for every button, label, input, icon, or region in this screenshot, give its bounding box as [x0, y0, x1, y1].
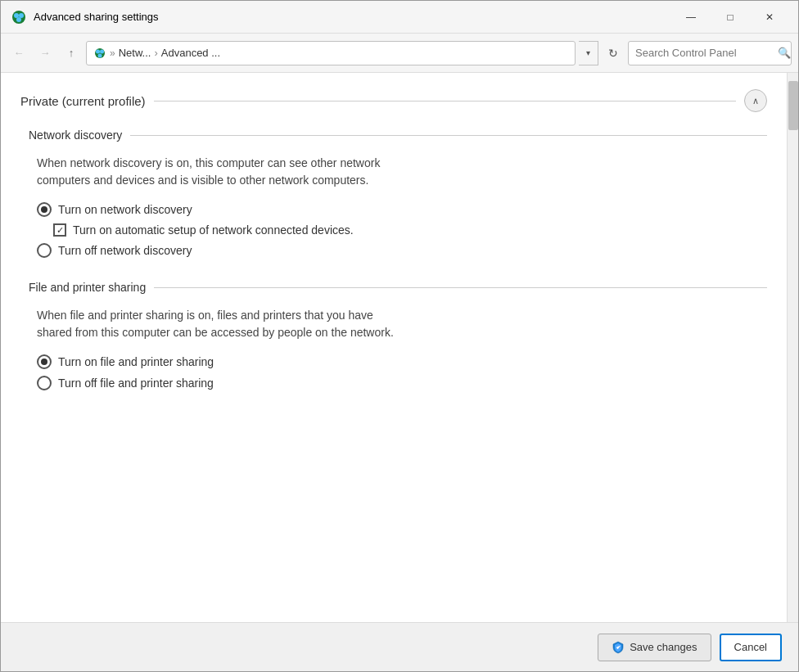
svg-point-2 — [19, 13, 24, 18]
checkbox-auto-setup[interactable]: ✓ Turn on automatic setup of network con… — [53, 223, 767, 237]
close-button[interactable]: ✕ — [751, 4, 788, 30]
network-discovery-title: Network discovery — [29, 129, 122, 142]
profile-title: Private (current profile) — [20, 94, 146, 108]
cancel-button[interactable]: Cancel — [720, 634, 782, 661]
svg-point-1 — [14, 13, 19, 18]
title-bar: Advanced sharing settings — □ ✕ — [1, 1, 798, 34]
file-printer-line — [154, 287, 767, 288]
svg-point-3 — [16, 17, 21, 22]
network-discovery-section: Network discovery When network discovery… — [20, 129, 767, 258]
network-discovery-description: When network discovery is on, this compu… — [29, 155, 767, 189]
path-sep1: » — [110, 47, 115, 59]
radio-network-on[interactable]: Turn on network discovery — [29, 202, 767, 217]
file-printer-header: File and printer sharing — [29, 281, 767, 294]
scrollbar[interactable] — [787, 73, 798, 622]
profile-toggle-button[interactable]: ∧ — [744, 89, 767, 112]
refresh-button[interactable]: ↻ — [602, 42, 625, 65]
save-button[interactable]: Save changes — [598, 634, 711, 661]
back-button[interactable]: ← — [7, 42, 30, 65]
save-label: Save changes — [630, 641, 697, 653]
address-dropdown-button[interactable]: ▾ — [579, 41, 598, 65]
path-part1: Netw... — [119, 47, 151, 59]
shield-icon — [612, 641, 625, 654]
radio-file-on-btn[interactable] — [37, 354, 52, 369]
search-box[interactable]: 🔍 — [628, 41, 792, 65]
radio-file-on-label: Turn on file and printer sharing — [58, 355, 214, 368]
checkbox-auto-btn[interactable]: ✓ — [53, 223, 66, 237]
search-icon: 🔍 — [778, 47, 791, 59]
path-arrow: › — [154, 47, 157, 59]
main-window: Advanced sharing settings — □ ✕ ← → ↑ » … — [0, 0, 799, 672]
minimize-button[interactable]: — — [672, 4, 710, 30]
svg-point-7 — [98, 53, 102, 57]
address-path[interactable]: » Netw... › Advanced ... — [86, 41, 576, 65]
address-bar: ← → ↑ » Netw... › Advanced ... ▾ ↻ 🔍 — [1, 34, 798, 73]
app-icon — [11, 9, 27, 25]
file-printer-section: File and printer sharing When file and p… — [20, 281, 767, 390]
radio-file-off-btn[interactable] — [37, 376, 52, 390]
network-discovery-header: Network discovery — [29, 129, 767, 142]
network-discovery-line — [130, 135, 767, 136]
footer: Save changes Cancel — [1, 622, 798, 671]
window-title: Advanced sharing settings — [34, 11, 672, 23]
checkbox-auto-label: Turn on automatic setup of network conne… — [73, 223, 354, 237]
main-panel: Private (current profile) ∧ Network disc… — [1, 73, 787, 622]
radio-file-off-label: Turn off file and printer sharing — [58, 377, 214, 390]
window-controls: — □ ✕ — [672, 4, 788, 30]
file-printer-title: File and printer sharing — [29, 281, 146, 294]
profile-divider — [154, 101, 736, 101]
search-input[interactable] — [635, 47, 773, 59]
radio-network-off[interactable]: Turn off network discovery — [29, 243, 767, 258]
radio-network-off-btn[interactable] — [37, 243, 52, 258]
content-area: Private (current profile) ∧ Network disc… — [1, 73, 798, 622]
file-printer-description: When file and printer sharing is on, fil… — [29, 307, 767, 341]
forward-button[interactable]: → — [34, 42, 56, 65]
path-part2: Advanced ... — [161, 47, 220, 59]
radio-file-off[interactable]: Turn off file and printer sharing — [29, 376, 767, 390]
radio-network-on-btn[interactable] — [37, 202, 52, 217]
profile-section: Private (current profile) ∧ Network disc… — [20, 89, 767, 390]
maximize-button[interactable]: □ — [711, 4, 749, 30]
radio-file-on[interactable]: Turn on file and printer sharing — [29, 354, 767, 369]
radio-network-off-label: Turn off network discovery — [58, 244, 192, 257]
svg-point-5 — [96, 49, 100, 53]
radio-network-on-label: Turn on network discovery — [58, 203, 192, 216]
network-icon — [93, 47, 106, 60]
profile-header: Private (current profile) ∧ — [20, 89, 767, 112]
up-button[interactable]: ↑ — [60, 42, 83, 65]
scroll-thumb[interactable] — [788, 81, 798, 130]
svg-point-6 — [100, 49, 104, 53]
